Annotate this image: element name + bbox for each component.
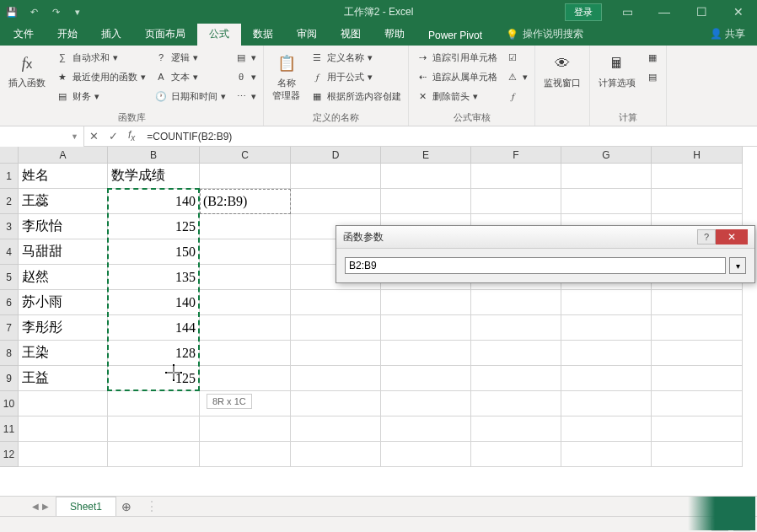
cell-F9[interactable] xyxy=(471,366,561,391)
cell-A1[interactable]: 姓名 xyxy=(19,164,108,189)
cell-H10[interactable] xyxy=(652,391,743,416)
cell-H9[interactable] xyxy=(652,366,743,391)
name-manager-button[interactable]: 📋 名称 管理器 xyxy=(267,48,305,110)
tab-insert[interactable]: 插入 xyxy=(89,23,133,46)
cell-B10[interactable] xyxy=(108,391,200,416)
cell-F12[interactable] xyxy=(471,442,561,467)
cell-H2[interactable] xyxy=(652,189,743,214)
cell-B6[interactable]: 140 xyxy=(108,290,200,315)
cell-B9[interactable]: 125 xyxy=(108,366,200,391)
error-check-button[interactable]: ⚠▾ xyxy=(502,67,531,86)
dialog-close-button[interactable]: ✕ xyxy=(716,229,748,245)
cell-E6[interactable] xyxy=(381,290,471,315)
cell-G10[interactable] xyxy=(561,391,652,416)
cell-A12[interactable] xyxy=(19,442,108,467)
cell-A4[interactable]: 马甜甜 xyxy=(19,239,108,265)
row-header-1[interactable]: 1 xyxy=(0,164,19,189)
cell-A3[interactable]: 李欣怡 xyxy=(19,214,108,239)
tab-layout[interactable]: 页面布局 xyxy=(133,23,197,46)
cell-C9[interactable] xyxy=(200,366,291,391)
cell-D11[interactable] xyxy=(291,416,381,442)
cell-G8[interactable] xyxy=(561,341,652,366)
row-header-4[interactable]: 4 xyxy=(0,239,19,265)
accept-formula-button[interactable]: ✓ xyxy=(109,130,118,142)
financial-button[interactable]: ▤财务 ▾ xyxy=(52,87,149,105)
cell-E12[interactable] xyxy=(381,442,471,467)
lookup-button[interactable]: ▤▾ xyxy=(231,48,260,67)
row-header-5[interactable]: 5 xyxy=(0,265,19,290)
dialog-help-button[interactable]: ? xyxy=(697,229,716,245)
cell-H1[interactable] xyxy=(652,164,743,189)
row-header-10[interactable]: 10 xyxy=(0,391,19,416)
cell-G11[interactable] xyxy=(561,416,652,442)
name-box[interactable]: ▼ xyxy=(0,126,84,147)
name-box-dropdown-icon[interactable]: ▼ xyxy=(71,132,78,141)
calc-now-button[interactable]: ▦ xyxy=(642,48,663,67)
define-name-button[interactable]: ☰定义名称 ▾ xyxy=(307,48,405,67)
cell-F7[interactable] xyxy=(471,315,561,341)
col-header-C[interactable]: C xyxy=(200,147,291,164)
cell-D9[interactable] xyxy=(291,366,381,391)
spreadsheet-grid[interactable]: ABCDEFGH 123456789101112 姓名数学成绩王蕊140(B2:… xyxy=(0,147,757,490)
cell-G6[interactable] xyxy=(561,290,652,315)
insert-function-button[interactable]: fx 插入函数 xyxy=(3,48,51,110)
cell-B5[interactable]: 135 xyxy=(108,265,200,290)
cell-D12[interactable] xyxy=(291,442,381,467)
tab-formulas[interactable]: 公式 xyxy=(197,23,241,46)
cell-C7[interactable] xyxy=(200,315,291,341)
sheet-tab-sheet1[interactable]: Sheet1 xyxy=(56,497,116,516)
tell-me[interactable]: 💡操作说明搜索 xyxy=(494,23,595,46)
ribbon-options-button[interactable]: ▭ xyxy=(609,0,646,24)
cell-D10[interactable] xyxy=(291,391,381,416)
sheet-nav-next-icon[interactable]: ▶ xyxy=(42,502,49,511)
col-header-D[interactable]: D xyxy=(291,147,381,164)
save-qat-icon[interactable]: 💾 xyxy=(2,3,22,21)
function-arguments-dialog[interactable]: 函数参数 ? ✕ ▾ xyxy=(336,225,755,283)
cell-D6[interactable] xyxy=(291,290,381,315)
cell-E11[interactable] xyxy=(381,416,471,442)
cell-C12[interactable] xyxy=(200,442,291,467)
share-button[interactable]: 👤 共享 xyxy=(698,23,757,46)
cell-B12[interactable] xyxy=(108,442,200,467)
cell-F2[interactable] xyxy=(471,189,561,214)
tab-file[interactable]: 文件 xyxy=(2,23,46,46)
evaluate-button[interactable]: 𝑓 xyxy=(502,87,531,105)
cell-A5[interactable]: 赵然 xyxy=(19,265,108,290)
tab-home[interactable]: 开始 xyxy=(46,23,89,46)
cell-C8[interactable] xyxy=(200,341,291,366)
maximize-button[interactable]: ☐ xyxy=(683,0,720,24)
cell-E1[interactable] xyxy=(381,164,471,189)
qat-dropdown-icon[interactable]: ▾ xyxy=(67,3,88,21)
cell-A6[interactable]: 苏小雨 xyxy=(19,290,108,315)
cell-B11[interactable] xyxy=(108,416,200,442)
cell-B1[interactable]: 数学成绩 xyxy=(108,164,200,189)
cell-E8[interactable] xyxy=(381,341,471,366)
cell-D8[interactable] xyxy=(291,341,381,366)
cell-F10[interactable] xyxy=(471,391,561,416)
text-functions-button[interactable]: A文本 ▾ xyxy=(151,67,229,86)
formula-input[interactable]: =COUNTIF(B2:B9) xyxy=(140,131,757,142)
logical-button[interactable]: ?逻辑 ▾ xyxy=(151,48,229,67)
cell-G1[interactable] xyxy=(561,164,652,189)
cell-B3[interactable]: 125 xyxy=(108,214,200,239)
cell-E9[interactable] xyxy=(381,366,471,391)
cell-A7[interactable]: 李彤彤 xyxy=(19,315,108,341)
col-header-H[interactable]: H xyxy=(652,147,743,164)
fx-button[interactable]: fx xyxy=(128,129,135,142)
cell-D1[interactable] xyxy=(291,164,381,189)
cell-A11[interactable] xyxy=(19,416,108,442)
calc-sheet-button[interactable]: ▤ xyxy=(642,67,663,86)
col-header-F[interactable]: F xyxy=(471,147,561,164)
trace-precedents-button[interactable]: ⇢追踪引用单元格 xyxy=(412,48,501,67)
undo-qat-icon[interactable]: ↶ xyxy=(24,3,44,21)
cell-F6[interactable] xyxy=(471,290,561,315)
row-header-3[interactable]: 3 xyxy=(0,214,19,239)
cell-H7[interactable] xyxy=(652,315,743,341)
cell-B2[interactable]: 140 xyxy=(108,189,200,214)
show-formulas-button[interactable]: ☑ xyxy=(502,48,531,67)
cell-H12[interactable] xyxy=(652,442,743,467)
cell-G7[interactable] xyxy=(561,315,652,341)
tab-help[interactable]: 帮助 xyxy=(373,23,416,46)
cell-A10[interactable] xyxy=(19,391,108,416)
row-header-6[interactable]: 6 xyxy=(0,290,19,315)
